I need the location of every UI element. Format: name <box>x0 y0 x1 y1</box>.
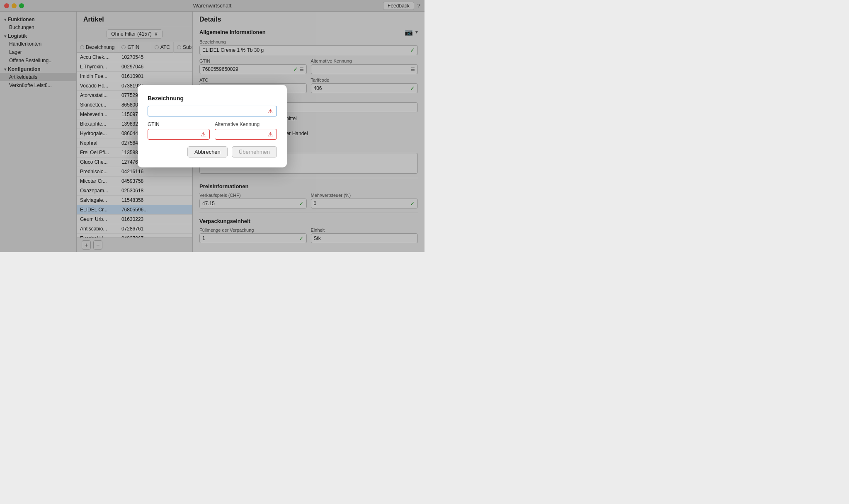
modal-gtin-label: GTIN <box>148 121 210 127</box>
modal-col-altkennung: Alternative Kennung ⚠ <box>215 121 277 140</box>
modal-field-bezeichnung: ⚠ <box>148 106 277 116</box>
modal-altkennung-input[interactable]: ⚠ <box>215 129 277 140</box>
modal-gtin-input[interactable]: ⚠ <box>148 129 210 140</box>
warn-icon: ⚠ <box>201 131 206 138</box>
warn-icon: ⚠ <box>268 108 273 114</box>
warn-icon: ⚠ <box>268 131 273 138</box>
cancel-button[interactable]: Abbrechen <box>187 146 228 158</box>
modal-gtin-altkennung-row: GTIN ⚠ Alternative Kennung ⚠ <box>148 121 277 140</box>
modal-col-gtin: GTIN ⚠ <box>148 121 210 140</box>
modal-title: Bezeichnung <box>148 95 277 102</box>
modal-dialog: Bezeichnung ⚠ GTIN ⚠ Alternative Kennung… <box>138 85 287 167</box>
modal-altkennung-label: Alternative Kennung <box>215 121 277 127</box>
modal-buttons: Abbrechen Übernehmen <box>148 146 277 158</box>
modal-overlay[interactable]: Bezeichnung ⚠ GTIN ⚠ Alternative Kennung… <box>0 0 424 252</box>
modal-bezeichnung-input[interactable]: ⚠ <box>148 106 277 116</box>
confirm-button[interactable]: Übernehmen <box>232 146 277 158</box>
